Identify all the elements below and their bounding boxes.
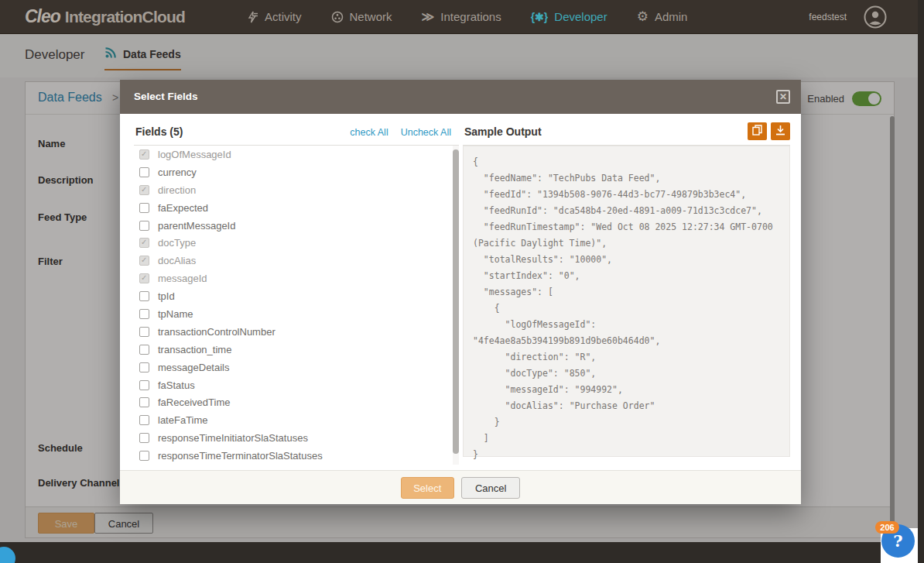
field-label: faStatus (158, 379, 195, 391)
sample-output-actions (748, 122, 790, 140)
field-row[interactable]: responseTimeInitiatorSlaStatuses (134, 429, 453, 447)
screen: Cleo IntegrationCloud Activity Network (0, 0, 924, 563)
field-label: messageDetails (158, 362, 230, 373)
field-checkbox[interactable] (139, 433, 149, 443)
developer-icon: {✱} (531, 12, 549, 22)
nav-item-label: Activity (265, 10, 302, 23)
field-row[interactable]: docAlias (134, 252, 453, 269)
field-label: tpId (158, 290, 175, 302)
integrations-icon: ≫ (422, 11, 435, 23)
nav-item-developer[interactable]: {✱} Developer (531, 10, 607, 23)
field-row[interactable]: lateFaTime (134, 411, 453, 429)
field-row[interactable]: faExpected (134, 199, 453, 217)
field-checkbox[interactable] (139, 345, 149, 355)
nav-item-network[interactable]: Network (331, 10, 392, 23)
field-checkbox[interactable] (139, 185, 149, 195)
nav-item-label: Admin (655, 10, 688, 23)
download-icon (775, 125, 785, 139)
nav-item-activity[interactable]: Activity (246, 10, 302, 23)
field-checkbox[interactable] (139, 309, 149, 319)
nav-item-label: Integrations (440, 10, 501, 23)
check-all-link[interactable]: check All (350, 127, 388, 138)
modal-cancel-button[interactable]: Cancel (461, 477, 520, 499)
nav-item-label: Network (350, 10, 392, 23)
field-checkbox[interactable] (139, 221, 149, 231)
username-label: feedstest (809, 12, 847, 22)
question-mark-icon: ? (893, 531, 902, 551)
field-row[interactable]: docType (134, 234, 453, 252)
field-row[interactable]: faStatus (134, 376, 453, 394)
field-label: responseTimeInitiatorSlaStatuses (158, 432, 308, 444)
field-label: direction (158, 184, 196, 196)
copy-button[interactable] (748, 122, 767, 140)
field-row[interactable]: tpName (134, 305, 453, 323)
field-label: docAlias (158, 255, 196, 266)
field-checkbox[interactable] (139, 327, 149, 337)
close-icon[interactable]: ✕ (776, 90, 790, 104)
fields-panel-title: Fields (5) (135, 125, 183, 138)
field-label: faExpected (158, 202, 208, 214)
field-row[interactable]: responseTimeTerminatorSlaStatuses (134, 447, 453, 465)
field-row[interactable]: faReceivedTime (134, 393, 453, 411)
field-checkbox[interactable] (139, 380, 149, 390)
admin-gear-icon: ⚙ (637, 10, 649, 23)
sample-json: { "feedName": "TechPubs Data Feed", "fee… (473, 154, 780, 463)
fields-list: logOfMessageIdcurrencydirectionfaExpecte… (134, 146, 453, 465)
field-label: responseTimeTerminatorSlaStatuses (158, 450, 323, 462)
field-row[interactable]: transactionControlNumber (134, 323, 453, 341)
sample-output-header: Sample Output (463, 122, 790, 146)
network-icon (331, 11, 344, 23)
field-checkbox[interactable] (139, 291, 149, 301)
field-row[interactable]: messageDetails (134, 359, 453, 376)
field-checkbox[interactable] (139, 149, 149, 160)
field-checkbox[interactable] (139, 167, 149, 177)
activity-icon (246, 11, 258, 23)
field-checkbox[interactable] (139, 397, 149, 407)
window-right-edge (918, 0, 924, 563)
field-checkbox[interactable] (139, 451, 149, 461)
field-row[interactable]: direction (134, 181, 453, 199)
field-label: logOfMessageId (158, 149, 231, 160)
select-button[interactable]: Select (401, 477, 454, 499)
help-badge: 206 (875, 521, 899, 534)
window-bottom-edge (0, 542, 924, 563)
fields-scrollbar-thumb[interactable] (453, 149, 459, 454)
field-checkbox[interactable] (139, 415, 149, 425)
brand-integrationcloud: IntegrationCloud (65, 8, 185, 26)
field-label: docType (158, 237, 196, 249)
field-row[interactable]: tpId (134, 287, 453, 305)
field-checkbox[interactable] (139, 273, 149, 283)
fields-panel-header: Fields (5) check All Uncheck All (134, 122, 459, 146)
field-checkbox[interactable] (139, 203, 149, 213)
fields-list-scrollbar[interactable] (453, 146, 459, 465)
field-label: lateFaTime (158, 414, 208, 426)
sample-output-body: { "feedName": "TechPubs Data Feed", "fee… (463, 146, 790, 457)
field-checkbox[interactable] (139, 238, 149, 248)
field-row[interactable]: transaction_time (134, 341, 453, 359)
field-row[interactable]: parentMessageId (134, 217, 453, 235)
field-label: currency (158, 166, 197, 178)
nav-item-admin[interactable]: ⚙ Admin (637, 10, 688, 23)
field-checkbox[interactable] (139, 362, 149, 372)
download-button[interactable] (771, 122, 790, 140)
brand-logo[interactable]: Cleo IntegrationCloud (25, 6, 185, 27)
copy-icon (752, 125, 762, 139)
uncheck-all-link[interactable]: Uncheck All (401, 127, 451, 138)
field-row[interactable]: messageId (134, 269, 453, 287)
nav-item-integrations[interactable]: ≫ Integrations (422, 10, 501, 23)
nav-menu: Activity Network ≫ Integrations {✱} Deve… (246, 10, 687, 23)
fields-bulk-actions: check All Uncheck All (350, 127, 451, 138)
modal-header: Select Fields ✕ (120, 80, 801, 114)
field-row[interactable]: currency (134, 163, 453, 181)
brand-cleo: Cleo (25, 6, 60, 27)
app-window: Cleo IntegrationCloud Activity Network (0, 0, 918, 542)
field-label: parentMessageId (158, 220, 235, 232)
field-label: transaction_time (158, 344, 231, 355)
field-row[interactable]: logOfMessageId (134, 146, 453, 163)
field-label: faReceivedTime (158, 397, 230, 408)
field-checkbox[interactable] (139, 256, 149, 266)
field-label: messageId (158, 273, 207, 284)
nav-item-label: Developer (554, 10, 607, 23)
top-nav: Cleo IntegrationCloud Activity Network (0, 0, 918, 34)
user-avatar-icon[interactable] (864, 5, 887, 29)
